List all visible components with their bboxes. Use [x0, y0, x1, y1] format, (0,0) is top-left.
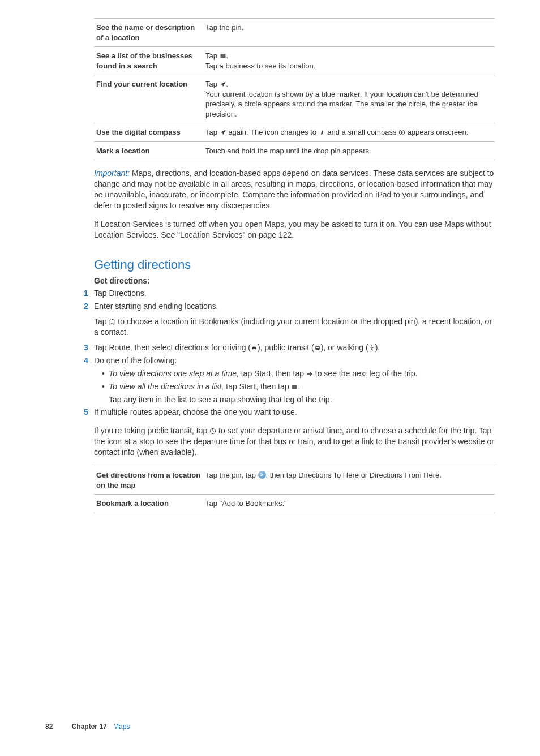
page-footer: 82 Chapter 17 Maps	[45, 722, 130, 731]
text-fragment: .	[226, 80, 229, 88]
step-number: 1	[84, 288, 88, 299]
table-row: Mark a location Touch and hold the map u…	[94, 141, 495, 160]
svg-rect-10	[292, 386, 297, 388]
text-fragment: Maps, directions, and location-based app…	[94, 169, 494, 210]
row-label: Mark a location	[94, 141, 203, 160]
text-fragment: again. The icon changes to	[226, 128, 319, 136]
step-item: 4 Do one of the following: To view direc…	[84, 355, 495, 405]
steps-list: 1 Tap Directions. 2 Enter starting and e…	[84, 288, 495, 418]
body-paragraph: If you're taking public transit, tap to …	[94, 426, 495, 458]
info-table-1: See the name or description of a locatio…	[94, 18, 495, 160]
body-paragraph: If Location Services is turned off when …	[94, 219, 495, 240]
bullet-label: To view all the directions in a list,	[109, 382, 226, 391]
svg-rect-2	[220, 57, 225, 58]
row-value: Tap . Tap a business to see its location…	[203, 47, 495, 75]
compass-arrow-icon	[319, 129, 325, 137]
step-number: 5	[84, 407, 88, 418]
text-fragment: Tap	[205, 51, 220, 60]
car-icon	[251, 345, 258, 353]
table-row: Bookmark a location Tap "Add to Bookmark…	[94, 495, 495, 513]
table-row: Use the digital compass Tap again. The i…	[94, 123, 495, 142]
section-heading: Getting directions	[94, 256, 495, 273]
bookmark-icon	[109, 319, 115, 327]
page-number: 82	[45, 723, 53, 731]
svg-point-6	[316, 350, 317, 351]
text-fragment: Tap any item in the list to see a map sh…	[109, 394, 495, 405]
text-fragment: Tap	[205, 80, 220, 88]
info-disclosure-icon	[258, 471, 266, 479]
list-icon	[291, 384, 298, 392]
step-text: Tap Directions.	[94, 289, 147, 298]
text-fragment: .	[298, 382, 300, 391]
step-text: Enter starting and ending locations.	[94, 302, 218, 311]
text-fragment: tap Start, then tap	[226, 382, 291, 391]
location-arrow-icon	[220, 81, 226, 89]
text-fragment: Tap	[205, 128, 220, 136]
compass-icon	[398, 129, 405, 137]
text-fragment: Tap a business to see its location.	[205, 62, 315, 70]
list-icon	[220, 53, 226, 61]
step-item: 1 Tap Directions.	[84, 288, 495, 299]
row-value: Tap . Your current location is shown by …	[203, 75, 495, 123]
row-label: Get directions from a location on the ma…	[94, 466, 203, 494]
svg-rect-1	[220, 55, 225, 57]
step-body: Tap to choose a location in Bookmarks (i…	[94, 316, 495, 338]
step-number: 4	[84, 355, 88, 366]
text-fragment: and a small compass	[325, 128, 398, 136]
step-number: 2	[84, 301, 88, 312]
step-text: If multiple routes appear, choose the on…	[94, 407, 297, 416]
bullet-label: To view directions one step at a time,	[109, 369, 241, 378]
text-fragment: ), or walking (	[321, 343, 368, 352]
bullet-item: To view all the directions in a list, ta…	[102, 381, 495, 405]
row-label: See the name or description of a locatio…	[94, 19, 203, 47]
important-paragraph: Important: Maps, directions, and locatio…	[94, 168, 495, 211]
clock-icon	[209, 428, 216, 436]
svg-point-7	[318, 350, 319, 351]
svg-point-8	[371, 345, 372, 346]
text-fragment: Your current location is shown by a blue…	[205, 89, 492, 119]
text-fragment: ).	[375, 343, 380, 352]
row-value: Touch and hold the map until the drop pi…	[203, 141, 495, 160]
svg-rect-5	[316, 347, 319, 348]
row-label: Use the digital compass	[94, 123, 203, 142]
row-value: Tap again. The icon changes to and a sma…	[203, 123, 495, 142]
step-item: 5 If multiple routes appear, choose the …	[84, 407, 495, 418]
row-value: Tap "Add to Bookmarks."	[203, 495, 495, 513]
row-label: Bookmark a location	[94, 495, 203, 513]
info-table-2: Get directions from a location on the ma…	[94, 466, 495, 513]
important-label: Important:	[94, 169, 132, 178]
text-fragment: to choose a location in Bookmarks (inclu…	[94, 317, 492, 337]
step-text: Do one of the following:	[94, 356, 177, 365]
row-value: Tap the pin.	[203, 19, 495, 47]
text-fragment: ), public transit (	[258, 343, 314, 352]
chapter-label: Chapter 17	[72, 723, 107, 731]
step-number: 3	[84, 342, 88, 353]
text-fragment: Tap the pin, tap	[205, 471, 258, 479]
row-value: Tap the pin, tap , then tap Directions T…	[203, 466, 495, 494]
text-fragment: Tap Route, then select directions for dr…	[94, 343, 251, 352]
sub-bullets: To view directions one step at a time, t…	[102, 368, 495, 405]
text-fragment: .	[226, 51, 229, 60]
steps-title: Get directions:	[94, 276, 495, 286]
arrow-right-icon	[306, 371, 313, 379]
row-label: See a list of the businesses found in a …	[94, 47, 203, 75]
text-fragment: , then tap Directions To Here or Directi…	[266, 471, 442, 479]
text-fragment: to see the next leg of the trip.	[313, 369, 417, 378]
text-fragment: appears onscreen.	[405, 128, 468, 136]
table-row: Find your current location Tap . Your cu…	[94, 75, 495, 123]
step-item: 2 Enter starting and ending locations. T…	[84, 301, 495, 338]
text-fragment: tap Start, then tap	[241, 369, 306, 378]
svg-rect-0	[220, 54, 225, 55]
row-label: Find your current location	[94, 75, 203, 123]
bullet-item: To view directions one step at a time, t…	[102, 368, 495, 379]
table-row: See the name or description of a locatio…	[94, 19, 495, 47]
text-fragment: If you're taking public transit, tap	[94, 426, 209, 435]
table-row: Get directions from a location on the ma…	[94, 466, 495, 494]
chapter-title: Maps	[113, 723, 130, 731]
step-item: 3 Tap Route, then select directions for …	[84, 342, 495, 353]
svg-rect-9	[292, 385, 297, 386]
location-arrow-icon	[220, 129, 226, 137]
text-fragment: Tap	[94, 317, 109, 326]
svg-rect-11	[292, 388, 297, 389]
bus-icon	[314, 345, 321, 353]
